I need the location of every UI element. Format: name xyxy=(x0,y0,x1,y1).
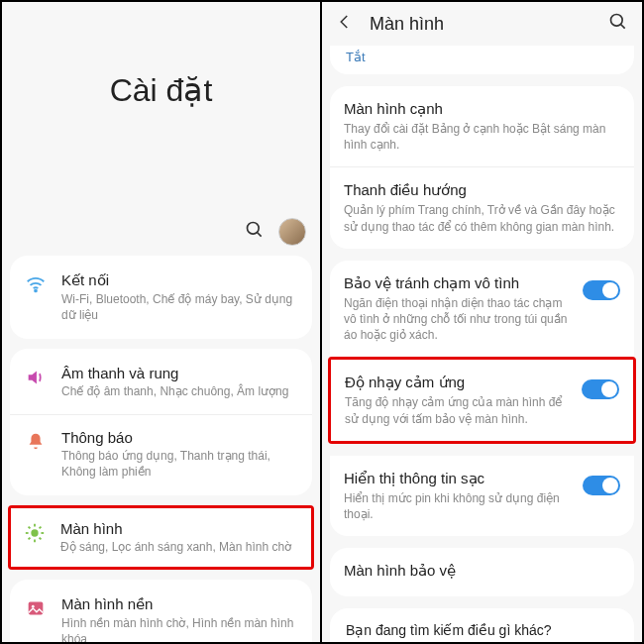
wifi-icon xyxy=(24,271,48,295)
svg-point-3 xyxy=(31,529,38,536)
display-group-1: Màn hình cạnh Thay đổi cài đặt Bảng ở cạ… xyxy=(330,86,634,249)
item-sub: Thay đổi cài đặt Bảng ở cạnh hoặc Bật sá… xyxy=(344,121,620,153)
item-screensaver[interactable]: Màn hình bảo vệ xyxy=(330,548,634,596)
top-bar: Màn hình xyxy=(322,2,642,46)
display-group-3: Màn hình bảo vệ xyxy=(330,548,634,596)
settings-item-display[interactable]: Màn hình Độ sáng, Lọc ánh sáng xanh, Màn… xyxy=(11,508,311,567)
item-sub: Ngăn điện thoại nhận diện thao tác chạm … xyxy=(344,295,573,344)
more-links: Bạn đang tìm kiếm điều gì khác? Ngôn ngữ… xyxy=(330,608,634,642)
display-group-2b: Hiển thị thông tin sạc Hiển thị mức pin … xyxy=(330,456,634,536)
settings-item-wallpaper[interactable]: Màn hình nền Hình nền màn hình chờ, Hình… xyxy=(10,582,312,642)
settings-group-3: Màn hình nền Hình nền màn hình chờ, Hình… xyxy=(10,580,312,642)
search-icon[interactable] xyxy=(608,12,628,36)
svg-rect-12 xyxy=(29,602,44,615)
item-title: Màn hình cạnh xyxy=(344,100,620,118)
toggle-switch[interactable] xyxy=(583,280,620,300)
sound-icon xyxy=(24,365,48,388)
highlight-display: Màn hình Độ sáng, Lọc ánh sáng xanh, Màn… xyxy=(8,505,314,570)
svg-point-0 xyxy=(248,223,260,235)
svg-line-1 xyxy=(258,233,262,237)
settings-group-1: Kết nối Wi-Fi, Bluetooth, Chế độ máy bay… xyxy=(10,256,312,339)
item-title: Màn hình nền xyxy=(61,595,298,613)
settings-item-notifications[interactable]: Thông báo Thông báo ứng dụng, Thanh trạn… xyxy=(10,414,312,493)
svg-line-17 xyxy=(621,25,625,29)
bell-icon xyxy=(24,429,48,453)
display-settings-panel: Màn hình Tắt Màn hình cạnh Thay đổi cài … xyxy=(322,2,642,642)
svg-point-2 xyxy=(35,290,37,292)
more-heading: Bạn đang tìm kiếm điều gì khác? xyxy=(330,608,634,642)
item-sub: Thông báo ứng dụng, Thanh trạng thái, Kh… xyxy=(61,448,298,480)
back-icon[interactable] xyxy=(336,13,354,35)
item-charging-info[interactable]: Hiển thị thông tin sạc Hiển thị mức pin … xyxy=(330,456,634,536)
toggle-switch[interactable] xyxy=(582,379,619,399)
display-group-2: Bảo vệ tránh chạm vô tình Ngăn điện thoạ… xyxy=(330,261,634,358)
item-accidental-touch[interactable]: Bảo vệ tránh chạm vô tình Ngăn điện thoạ… xyxy=(330,261,634,358)
item-sub: Wi-Fi, Bluetooth, Chế độ máy bay, Sử dụn… xyxy=(61,291,298,323)
wallpaper-icon xyxy=(24,595,48,619)
svg-point-16 xyxy=(611,15,623,27)
brightness-icon xyxy=(23,520,47,544)
item-sub: Hiển thị mức pin khi không sử dụng điện … xyxy=(344,490,573,522)
svg-line-8 xyxy=(29,527,31,529)
item-title: Kết nối xyxy=(61,271,298,289)
item-sub: Tăng độ nhạy cảm ứng của màn hình để sử … xyxy=(345,394,572,426)
item-edge-screen[interactable]: Màn hình cạnh Thay đổi cài đặt Bảng ở cạ… xyxy=(330,86,634,166)
item-title: Màn hình bảo vệ xyxy=(344,562,620,580)
item-sub: Hình nền màn hình chờ, Hình nền màn hình… xyxy=(61,615,298,642)
screen-title: Màn hình xyxy=(370,14,592,35)
item-touch-sensitivity[interactable]: Độ nhạy cảm ứng Tăng độ nhạy cảm ứng của… xyxy=(331,360,633,440)
settings-panel: Cài đặt Kết nối Wi-Fi, Bluetooth, Chế độ… xyxy=(2,2,322,642)
item-title: Thanh điều hướng xyxy=(344,181,620,199)
status-label[interactable]: Tắt xyxy=(330,46,634,74)
item-title: Âm thanh và rung xyxy=(61,365,298,381)
header-actions xyxy=(2,218,320,256)
item-title: Thông báo xyxy=(61,429,298,446)
item-sub: Quản lý phím Trang chính, Trở về và Gần … xyxy=(344,202,620,234)
item-title: Hiển thị thông tin sạc xyxy=(344,470,573,487)
search-icon[interactable] xyxy=(245,220,265,244)
settings-item-connections[interactable]: Kết nối Wi-Fi, Bluetooth, Chế độ máy bay… xyxy=(10,258,312,337)
svg-line-11 xyxy=(40,527,42,529)
page-title: Cài đặt xyxy=(2,71,320,109)
highlight-touch-sensitivity: Độ nhạy cảm ứng Tăng độ nhạy cảm ứng của… xyxy=(328,357,636,443)
toggle-switch[interactable] xyxy=(583,476,620,495)
item-sub: Độ sáng, Lọc ánh sáng xanh, Màn hình chờ xyxy=(60,539,299,555)
settings-item-sound[interactable]: Âm thanh và rung Chế độ âm thanh, Nhạc c… xyxy=(10,351,312,413)
settings-group-2: Âm thanh và rung Chế độ âm thanh, Nhạc c… xyxy=(10,349,312,495)
item-title: Độ nhạy cảm ứng xyxy=(345,374,572,391)
item-title: Bảo vệ tránh chạm vô tình xyxy=(344,274,573,292)
item-sub: Chế độ âm thanh, Nhạc chuông, Âm lượng xyxy=(61,383,298,399)
item-title: Màn hình xyxy=(60,520,299,537)
svg-line-10 xyxy=(29,538,31,540)
avatar[interactable] xyxy=(278,218,306,246)
item-navbar[interactable]: Thanh điều hướng Quản lý phím Trang chín… xyxy=(330,166,634,248)
svg-line-9 xyxy=(40,538,42,540)
